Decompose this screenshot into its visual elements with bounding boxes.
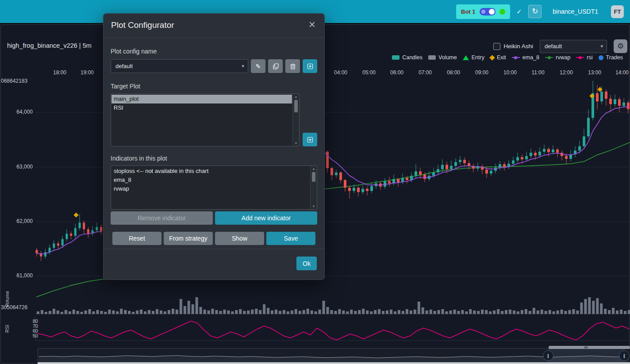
from-strategy-button[interactable]: From strategy [164, 232, 213, 245]
close-button[interactable]: × [306, 18, 318, 31]
add-config-button[interactable] [303, 59, 317, 73]
datazoom-left-handle[interactable]: ∥ [543, 350, 553, 361]
ok-button[interactable]: Ok [296, 257, 317, 270]
bot-name-label: Bot 1 [461, 8, 476, 15]
heikin-ashi-option[interactable]: Heikin Ashi [493, 43, 533, 50]
target-plot-item[interactable]: RSI [111, 103, 292, 112]
target-plot-rows: main_plotRSI [111, 95, 292, 112]
legend-label: ema_8 [522, 54, 539, 61]
reset-button[interactable]: Reset [112, 232, 161, 245]
x-axis-tick: 04:00 [334, 69, 347, 76]
x-axis-tick: 05:00 [362, 69, 376, 76]
scroll-up-icon[interactable]: ▲ [295, 94, 298, 100]
legend-item-volume[interactable]: Volume [428, 54, 457, 61]
target-plot-actions [303, 93, 317, 146]
x-axis-tick: 12:00 [560, 69, 573, 76]
datazoom-right-handle[interactable]: ∥ [619, 350, 630, 361]
chart-title: high_frog_binance_v226 | 5m [7, 42, 92, 49]
pencil-icon: ✎ [256, 63, 261, 70]
plus-square-icon [307, 136, 314, 143]
handle-grip-icon: ∥ [547, 353, 549, 358]
modal-body: Plot config name default ▾ ✎ [104, 38, 324, 249]
plot-configurator-button[interactable]: ⚙ [614, 39, 627, 53]
plot-config-select[interactable]: default ▾ [540, 40, 607, 53]
target-plot-listbox[interactable]: main_plotRSI ▲ ▼ [111, 93, 300, 146]
page-scrollbar[interactable] [38, 362, 630, 364]
datazoom-selected-window[interactable] [548, 348, 625, 363]
list-scrollbar[interactable]: ▲ ▼ [292, 94, 299, 146]
legend-item-ema_8[interactable]: ema_8 [512, 54, 539, 61]
legend-item-candles[interactable]: Candles [392, 54, 423, 61]
horizontal-scrollbar[interactable] [549, 346, 630, 349]
legend-label: rsi [587, 54, 592, 61]
bot-status-dot [499, 9, 505, 15]
rename-config-button[interactable]: ✎ [251, 59, 265, 73]
save-button[interactable]: Save [266, 232, 315, 245]
scroll-down-icon[interactable]: ▼ [295, 140, 298, 146]
duplicate-config-button[interactable] [268, 59, 283, 73]
check-icon: ✓ [517, 8, 522, 15]
scroll-down-icon[interactable]: ▼ [312, 203, 315, 209]
instance-name: binance_USDT1 [553, 8, 598, 15]
x-axis-tick: 10:00 [503, 69, 517, 76]
indicators-listbox[interactable]: stoploss <-- not available in this chart… [111, 165, 317, 210]
toggle-track-dot [481, 10, 485, 14]
legend-label: Exit [497, 54, 506, 61]
legend-label: rvwap [556, 54, 570, 61]
legend-label: Trades [606, 54, 623, 61]
indicator-item[interactable]: stoploss <-- not available in this chart [111, 167, 310, 176]
volume-pane-label: Volume [4, 286, 10, 312]
datazoom-navigator[interactable] [38, 348, 630, 364]
legend-label: Candles [402, 54, 423, 61]
bot-selector[interactable]: Bot 1 [456, 4, 510, 19]
x-axis-tick: 13:00 [588, 69, 601, 76]
refresh-button[interactable]: ↻ [528, 5, 542, 18]
delete-config-button[interactable] [285, 59, 300, 73]
scroll-up-icon[interactable]: ▲ [312, 166, 315, 172]
bot-toggle[interactable] [480, 8, 496, 15]
rvwap-marker-icon [545, 57, 553, 58]
list-scrollbar[interactable]: ▲ ▼ [310, 166, 317, 209]
remove-indicator-button[interactable]: Remove indicator [111, 211, 213, 225]
target-plot-item[interactable]: main_plot [111, 95, 292, 103]
add-target-plot-button[interactable] [303, 133, 317, 146]
show-button[interactable]: Show [215, 232, 264, 245]
legend-item-rsi[interactable]: rsi [576, 54, 592, 61]
target-plot-section: main_plotRSI ▲ ▼ [111, 93, 317, 146]
trash-icon [289, 63, 296, 70]
entry-marker-icon [463, 55, 469, 60]
legend-item-exit[interactable]: Exit [490, 54, 506, 61]
ft-avatar[interactable]: FT [611, 5, 624, 18]
exit-marker-icon [489, 55, 495, 61]
modal-title: Plot Configurator [111, 20, 174, 30]
close-icon: × [309, 18, 315, 31]
config-actions-row: Reset From strategy Show Save [111, 232, 317, 245]
x-axis-tick: 07:00 [419, 69, 432, 76]
config-name-label: Plot config name [111, 48, 157, 55]
indicator-item[interactable]: ema_8 [111, 176, 310, 184]
heikin-ashi-checkbox[interactable] [493, 43, 500, 50]
legend-item-entry[interactable]: Entry [463, 54, 484, 61]
avatar-label: FT [614, 8, 621, 15]
indicator-item[interactable]: rvwap [111, 184, 310, 193]
legend-item-rvwap[interactable]: rvwap [545, 54, 570, 61]
scrollbar-thumb[interactable] [294, 100, 298, 112]
chevron-down-icon: ▾ [600, 43, 603, 49]
scrollbar-thumb[interactable] [312, 172, 315, 182]
scrollbar-grip[interactable] [584, 346, 588, 349]
price-axis-tick: 63,000 [0, 164, 33, 170]
indicator-rows: stoploss <-- not available in this chart… [111, 167, 310, 193]
config-select[interactable]: default ▾ [111, 59, 248, 73]
plot-config-select-value: default [545, 43, 562, 50]
add-new-indicator-button[interactable]: Add new indicator [215, 211, 317, 225]
x-axis-tick: 18:00 [53, 69, 66, 76]
copy-icon [272, 63, 279, 70]
volume-marker-icon [428, 55, 436, 60]
freqtrade-ui: high_frog_binance_v226 | 5m Heikin Ashi … [0, 0, 630, 364]
legend-item-trades[interactable]: Trades [599, 54, 623, 61]
x-axis-tick: 14:00 [615, 69, 629, 76]
trades-marker-icon [599, 55, 603, 60]
gear-icon: ⚙ [617, 42, 624, 50]
legend-label: Entry [472, 54, 484, 61]
refresh-icon: ↻ [532, 7, 538, 15]
